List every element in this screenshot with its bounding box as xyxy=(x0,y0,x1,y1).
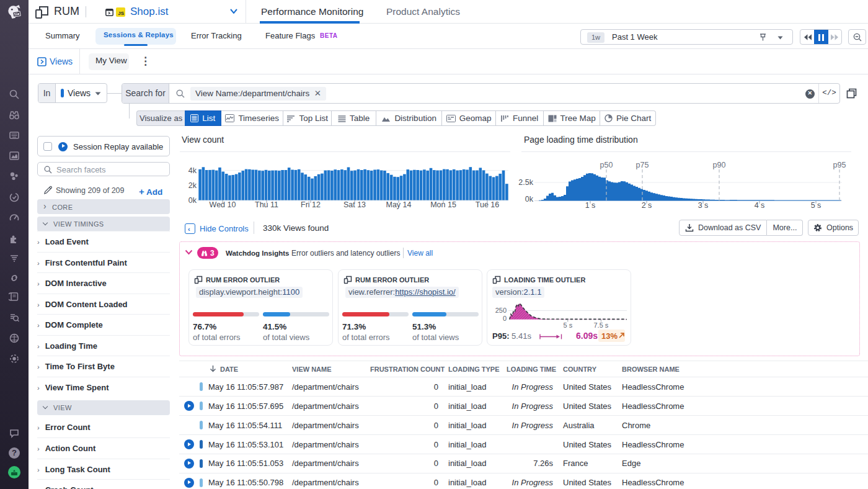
svg-text:5 s: 5 s xyxy=(563,321,572,329)
svg-text:Tue 16: Tue 16 xyxy=(476,200,500,209)
svg-text:Thu 11: Thu 11 xyxy=(255,200,278,209)
svg-text:2k: 2k xyxy=(188,181,197,190)
svg-text:5 s: 5 s xyxy=(811,201,822,210)
svg-text:Mon 15: Mon 15 xyxy=(430,200,456,209)
svg-text:7.5 s: 7.5 s xyxy=(593,321,608,329)
svg-text:3 s: 3 s xyxy=(698,201,709,210)
svg-text:2 s: 2 s xyxy=(642,201,652,210)
svg-text:4 s: 4 s xyxy=(755,201,765,210)
svg-text:Wed 10: Wed 10 xyxy=(210,200,236,209)
svg-text:p90: p90 xyxy=(713,161,726,169)
svg-text:1 s: 1 s xyxy=(585,201,596,210)
svg-text:p95: p95 xyxy=(833,161,846,169)
svg-text:p75: p75 xyxy=(636,161,649,169)
svg-text:250: 250 xyxy=(495,307,507,314)
svg-text:Sat 13: Sat 13 xyxy=(343,200,366,209)
svg-text:4k: 4k xyxy=(188,166,197,175)
svg-text:p50: p50 xyxy=(600,161,613,169)
svg-text:0: 0 xyxy=(503,315,507,322)
svg-text:Fri 12: Fri 12 xyxy=(301,200,321,209)
svg-text:2.5k: 2.5k xyxy=(518,178,533,187)
svg-text:0k: 0k xyxy=(188,196,197,205)
svg-text:May 14: May 14 xyxy=(386,200,412,209)
svg-text:0k: 0k xyxy=(525,195,534,204)
